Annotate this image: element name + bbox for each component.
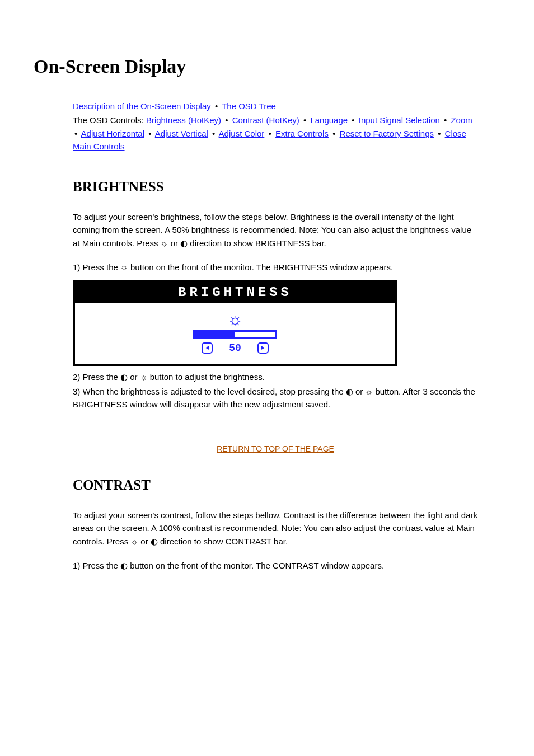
sun-icon: ☼ bbox=[161, 237, 168, 250]
contrast-heading: CONTRAST bbox=[73, 477, 478, 493]
separator-dot: • bbox=[303, 115, 306, 125]
brightness-intro-mid: or bbox=[171, 238, 181, 248]
divider bbox=[73, 457, 478, 457]
brightness-step3-mid: or bbox=[355, 387, 366, 396]
sun-icon: ☼ bbox=[130, 535, 138, 548]
right-arrow-icon: ► bbox=[257, 342, 269, 354]
contrast-icon: ◐ bbox=[120, 370, 128, 383]
nav-adjust-horizontal-link[interactable]: Adjust Horizontal bbox=[81, 129, 144, 138]
return-to-top-link[interactable]: RETURN TO TOP OF THE PAGE bbox=[73, 444, 478, 453]
divider bbox=[73, 162, 478, 162]
brightness-bar bbox=[193, 330, 277, 339]
sun-icon: ☼ bbox=[75, 311, 395, 328]
nav-brightness-link[interactable]: Brightness (HotKey) bbox=[146, 115, 221, 125]
brightness-step3-prefix: 3) When the brightness is adjusted to th… bbox=[73, 387, 346, 396]
contrast-step1-suffix: button on the front of the monitor. The … bbox=[130, 561, 384, 570]
contrast-intro-mid: or bbox=[140, 537, 151, 546]
sun-icon: ☼ bbox=[140, 370, 148, 383]
nav-reset-factory-link[interactable]: Reset to Factory Settings bbox=[340, 129, 434, 138]
separator-dot: • bbox=[352, 115, 354, 125]
brightness-value: 50 bbox=[229, 342, 241, 354]
osd-title: BRIGHTNESS bbox=[75, 283, 395, 303]
nav-controls-label: The OSD Controls: bbox=[73, 115, 144, 125]
separator-dot: • bbox=[74, 129, 77, 138]
page-title: On-Screen Display bbox=[34, 56, 500, 77]
nav-adjust-vertical-link[interactable]: Adjust Vertical bbox=[155, 129, 208, 138]
brightness-step1-suffix: button on the front of the monitor. The … bbox=[130, 262, 393, 272]
separator-dot: • bbox=[444, 115, 447, 125]
nav-description-link[interactable]: Description of the On-Screen Display bbox=[73, 101, 211, 111]
brightness-step2-mid: or bbox=[130, 372, 140, 382]
contrast-icon: ◐ bbox=[346, 385, 353, 398]
nav-language-link[interactable]: Language bbox=[310, 115, 348, 125]
sun-icon: ☼ bbox=[120, 261, 128, 274]
brightness-step2-suffix: button to adjust the brightness. bbox=[150, 372, 265, 382]
contrast-step1-prefix: 1) Press the bbox=[73, 561, 120, 570]
contrast-icon: ◐ bbox=[151, 535, 158, 548]
separator-dot: • bbox=[268, 129, 271, 138]
nav-extra-controls-link[interactable]: Extra Controls bbox=[275, 129, 329, 138]
sun-icon: ☼ bbox=[365, 385, 373, 398]
contrast-intro-suffix: direction to show CONTRAST bar. bbox=[160, 537, 288, 546]
brightness-intro-suffix: direction to show BRIGHTNESS bar. bbox=[190, 238, 326, 248]
separator-dot: • bbox=[438, 129, 441, 138]
nav-zoom-link[interactable]: Zoom bbox=[451, 115, 472, 125]
separator-dot: • bbox=[332, 129, 335, 138]
contrast-icon: ◐ bbox=[120, 559, 128, 572]
nav-osd-tree-link[interactable]: The OSD Tree bbox=[222, 101, 276, 111]
brightness-heading: BRIGHTNESS bbox=[73, 179, 478, 195]
separator-dot: • bbox=[212, 129, 215, 138]
nav-input-signal-link[interactable]: Input Signal Selection bbox=[359, 115, 440, 125]
separator-dot: • bbox=[215, 101, 218, 111]
contrast-icon: ◐ bbox=[180, 237, 188, 250]
left-arrow-icon: ◄ bbox=[202, 342, 213, 354]
brightness-step1-prefix: 1) Press the bbox=[73, 262, 120, 272]
separator-dot: • bbox=[148, 129, 151, 138]
separator-dot: • bbox=[225, 115, 228, 125]
nav-adjust-color-link[interactable]: Adjust Color bbox=[219, 129, 265, 138]
nav-contrast-link[interactable]: Contrast (HotKey) bbox=[232, 115, 299, 125]
brightness-step2-prefix: 2) Press the bbox=[73, 372, 120, 382]
brightness-osd-diagram: BRIGHTNESS ☼ ◄ 50 ► bbox=[73, 280, 397, 366]
